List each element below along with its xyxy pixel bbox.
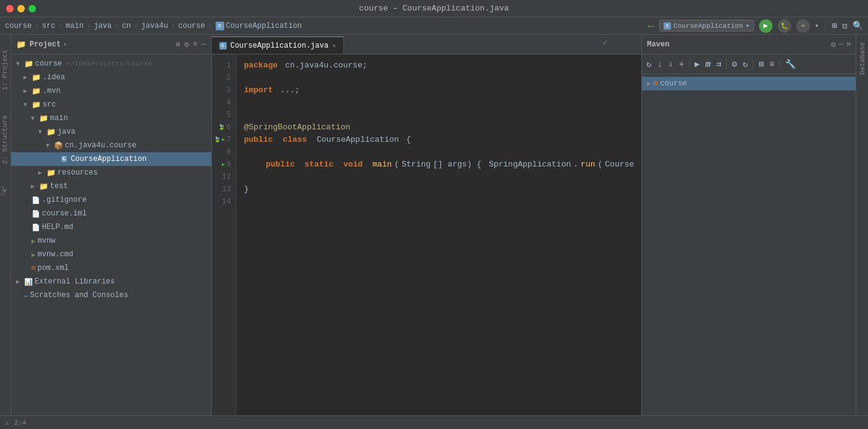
line-num-13: 13 (212, 183, 231, 196)
search-everywhere-icon[interactable]: 🔍 (853, 20, 863, 31)
tree-label-iml: course.iml (42, 209, 87, 218)
tree-arrow-mvn: ▶ (24, 87, 30, 95)
bottom-status-bar: ⚠ 2:4 (0, 415, 868, 429)
run-gutter-icon[interactable]: ▶ (222, 134, 225, 146)
annotation-springboot: @SpringBootApplication (244, 121, 351, 134)
maven-cycle-icon[interactable]: ↻ (741, 58, 750, 71)
add-content-icon[interactable]: ⊕ (175, 40, 180, 50)
tree-label-package: cn.java4u.course (65, 141, 136, 150)
database-tab-label[interactable]: Database (859, 38, 866, 79)
run-gutter-icon2[interactable]: ▶ (222, 158, 225, 171)
tree-item-src[interactable]: ▼ 📁 src (11, 98, 211, 111)
minimize-button[interactable] (17, 5, 25, 12)
maven-skip-icon[interactable]: ⇉ (714, 58, 723, 71)
maven-download-sources-icon[interactable]: ⇩ (666, 58, 675, 71)
tab-courseapplication[interactable]: C CourseApplication.java ✕ (212, 37, 344, 54)
tree-item-resources[interactable]: ▶ 📁 resources (11, 166, 211, 180)
debug-button[interactable]: 🐛 (778, 19, 791, 33)
maven-run-icon[interactable]: ▶ (693, 58, 701, 71)
tab-close-icon[interactable]: ✕ (332, 42, 336, 50)
folder-icon-resources: 📁 (46, 168, 56, 178)
line-num-9: 9 (227, 158, 231, 171)
java-file-icon-tree: C (61, 156, 67, 162)
maven-icon: m (32, 264, 36, 272)
tree-arrow-src: ▼ (24, 102, 30, 108)
maven-config-icon[interactable]: ⚙ (730, 58, 739, 71)
tree-item-pom-xml[interactable]: m pom.xml (11, 261, 211, 275)
tree-item-package[interactable]: ▼ 📦 cn.java4u.course (11, 139, 211, 152)
maven-arrow-course: ▶ (647, 80, 651, 87)
maven-title: Maven (647, 40, 669, 49)
folder-icon-test: 📁 (39, 182, 48, 191)
tree-item-gitignore[interactable]: 📄 .gitignore (11, 193, 211, 207)
tree-item-help-md[interactable]: 📄 HELP.md (11, 220, 211, 234)
minimize-panel-icon[interactable]: — (201, 40, 206, 49)
breadcrumb-file[interactable]: C CourseApplication (216, 22, 302, 30)
project-header-icons: ⊕ ⚙ ≡ — (175, 40, 206, 50)
profiler-dropdown[interactable]: ▾ (815, 22, 819, 30)
folder-icon-root: 📁 (24, 59, 33, 69)
run-config-dropdown[interactable]: C CourseApplication ▾ (659, 20, 754, 32)
close-button[interactable] (6, 5, 14, 12)
breadcrumb-src[interactable]: src (42, 22, 56, 30)
maven-settings-icon[interactable]: ⚙ (831, 40, 836, 50)
spring-gutter-icon2: 🍃 (214, 134, 221, 146)
tree-item-course-root[interactable]: ▼ 📁 course ~/IdeaProjects/course (11, 57, 211, 71)
tree-item-main[interactable]: ▼ 📁 main (11, 111, 211, 125)
breadcrumb-java4u[interactable]: java4u (141, 22, 168, 30)
maven-download-icon[interactable]: ↓ (655, 58, 664, 71)
line-num-7-row: 🍃 ▶ 7 (212, 134, 231, 146)
status-icon-warnings[interactable]: ⚠ (5, 418, 9, 427)
maven-m-icon[interactable]: m (703, 58, 712, 71)
tree-item-java[interactable]: ▼ 📁 java (11, 125, 211, 139)
tree-item-scratches[interactable]: ✏ Scratches and Consoles (11, 288, 211, 302)
window-title: course – CourseApplication.java (359, 4, 509, 13)
breadcrumb-bar: course › src › main › java › cn › java4u… (0, 17, 868, 35)
maven-add-icon[interactable]: + (677, 58, 686, 71)
tree-item-mvnw[interactable]: ▶ mvnw (11, 234, 211, 248)
toolbar-split-icon[interactable]: ⧈ (842, 21, 848, 31)
maven-wrench-icon[interactable]: 🔧 (783, 58, 797, 71)
tree-arrow-test: ▶ (31, 183, 37, 190)
breadcrumb-right-tools: ⟵ C CourseApplication ▾ ▶ 🐛 ☂ ▾ ⊞ ⧈ 🔍 (648, 19, 863, 33)
breadcrumb-main[interactable]: main (66, 22, 84, 30)
structure-tab-label[interactable]: 2: Structure (1, 115, 9, 164)
scratches-icon: ✏ (24, 292, 28, 300)
maven-collapse-icon[interactable]: ⊞ (756, 58, 765, 71)
maven-minimize-icon[interactable]: — (839, 40, 844, 49)
tree-arrow-package: ▼ (46, 142, 52, 149)
run-config-chevron: ▾ (745, 22, 750, 30)
tree-item-mvn[interactable]: ▶ 📁 .mvn (11, 84, 211, 98)
project-dropdown-icon[interactable]: ▾ (63, 41, 67, 48)
project-tab-label[interactable]: 1: Project (1, 50, 9, 90)
closing-brace: } (244, 183, 249, 196)
tree-item-mvnw-cmd[interactable]: ▶ mvnw.cmd (11, 248, 211, 261)
maven-refresh-icon[interactable]: ↻ (644, 58, 653, 71)
tree-label-mvnwcmd: mvnw.cmd (37, 250, 73, 259)
gear-icon[interactable]: ⚙ (184, 40, 189, 50)
maven-filter-icon[interactable]: ≡ (768, 58, 776, 71)
maven-panel: Maven ⚙ — M ↻ ↓ ⇩ + ▶ m ⇉ ⚙ ↻ ⊞ ≡ 🔧 (641, 35, 856, 429)
tree-item-course-app[interactable]: C CourseApplication (11, 152, 211, 166)
tree-item-test[interactable]: ▶ 📁 test (11, 180, 211, 193)
coverage-button[interactable]: ☂ (796, 19, 810, 33)
breadcrumb-java[interactable]: java (94, 22, 112, 30)
toolbar-layout-icon[interactable]: ⊞ (832, 20, 837, 31)
settings-icon[interactable]: ≡ (193, 40, 198, 49)
code-editor[interactable]: 1 2 3 4 5 🍃 6 🍃 ▶ 7 8 ▶ 9 (212, 54, 642, 429)
navigate-back-icon[interactable]: ⟵ (648, 20, 654, 32)
maximize-button[interactable] (28, 5, 36, 12)
toolbar-separator (825, 21, 826, 31)
run-button[interactable]: ▶ (759, 19, 773, 33)
breadcrumb-course[interactable]: course (5, 22, 32, 30)
folder-icon-idea: 📁 (32, 73, 41, 82)
code-line-2 (244, 72, 634, 84)
breadcrumb-cn[interactable]: cn (122, 22, 131, 30)
tree-item-external-libs[interactable]: ▶ 📊 External Libraries (11, 275, 211, 288)
breadcrumb-course2[interactable]: course (178, 22, 205, 30)
tree-item-course-iml[interactable]: 📄 course.iml (11, 207, 211, 220)
maven-expand-icon[interactable]: M (847, 41, 851, 48)
code-content-area[interactable]: package cn.java4u.course; import ...; @S… (237, 54, 642, 429)
maven-item-course[interactable]: ▶ m course (642, 77, 856, 90)
tree-item-idea[interactable]: ▶ 📁 .idea (11, 71, 211, 84)
